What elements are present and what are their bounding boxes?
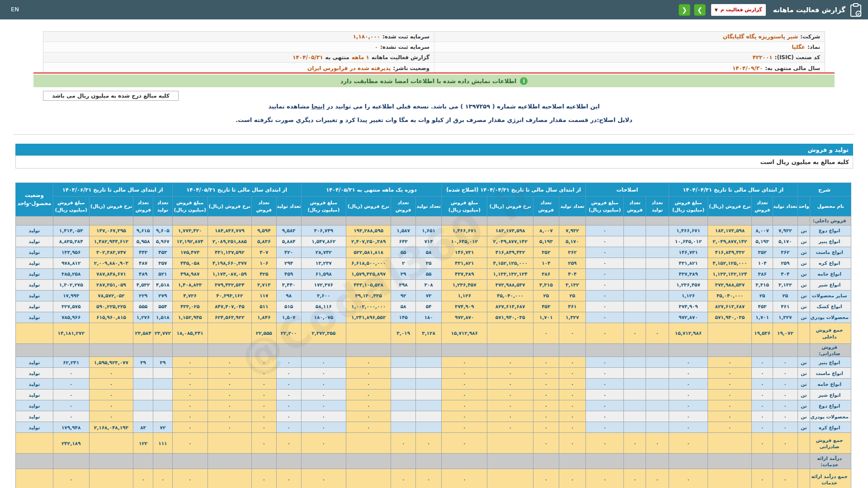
value-cell: ۱,۲۳۶,۴۵۷ <box>442 280 487 291</box>
value-cell: ۷۱۴ <box>416 236 442 247</box>
table-cell <box>53 344 89 357</box>
value-cell: ۰ <box>53 389 89 400</box>
value-cell: ۷۸۷,۸۴۸,۶۷۱ <box>89 269 133 280</box>
table-cell <box>276 454 301 469</box>
value-cell: ۱,۸۴۶ <box>251 312 276 323</box>
value-cell: ۰ <box>752 368 773 379</box>
value-cell: ۱,۱۵۲,۹۴۵ <box>172 312 208 323</box>
value-cell: ۰ <box>585 280 623 291</box>
value-cell: ۰ <box>752 433 773 454</box>
product-name-cell: انواع پنیر <box>810 357 851 368</box>
table-row: محصولات پودريتن۱,۳۲۷۱,۷۰۱۵۷۱,۹۴۰,۰۳۵۹۷۲,… <box>16 312 851 323</box>
value-cell: ۲,۴۰۷,۲۵۰,۳۸۹ <box>346 236 391 247</box>
value-cell <box>89 469 133 488</box>
value-cell: ۰ <box>559 400 585 411</box>
product-name-cell: انواع خامه <box>810 379 851 389</box>
amounts-unit-box: کلیه مبالغ درج شده به میلیون ریال می باش… <box>43 91 179 101</box>
value-cell: ۰ <box>752 469 773 488</box>
value-cell: ۰ <box>172 368 208 379</box>
table-header-groups: شرحاز ابتدای سال مالی تا تاریخ ۱۴۰۴/۰۴/۳… <box>16 183 851 197</box>
value-cell: ۲۵۹ <box>559 258 585 269</box>
value-cell: ۱,۵۷۹,۴۳۵,۸۹۷ <box>346 269 391 280</box>
value-cell: ۵,۱۷۰ <box>559 236 585 247</box>
column-header: نرخ فروش (ریال) <box>708 197 752 216</box>
report-period-label: گزارش فعالیت ماهانه <box>372 54 429 61</box>
value-cell: ۰ <box>442 469 487 488</box>
value-cell: ۰ <box>752 411 773 422</box>
value-cell: ۰ <box>585 422 623 433</box>
value-cell: ۱,۱۲۶ <box>669 291 708 301</box>
value-cell: ۰ <box>442 433 487 454</box>
unit-cell <box>797 216 810 225</box>
value-cell: ۰ <box>773 368 797 379</box>
value-cell: ۴,۵۳۲ <box>133 280 153 291</box>
language-switch-link[interactable]: EN <box>11 6 19 13</box>
next-report-button[interactable]: ❯ <box>694 4 706 16</box>
value-cell: ۰ <box>153 469 172 488</box>
value-cell: ۶۲۴,۵۶۳,۹۲۲ <box>208 312 251 323</box>
unit-cell: تن <box>797 422 810 433</box>
value-cell: ۰ <box>301 357 346 368</box>
table-row: انواع پنیرتن۵,۱۷۰۵,۱۹۳۲,۰۴۹,۸۷۷,۱۴۲۱۰,۶۴… <box>16 236 851 247</box>
value-cell: ۸,۰۰۷ <box>533 225 559 236</box>
value-cell: ۳,۱۳۲ <box>559 280 585 291</box>
value-cell <box>391 422 416 433</box>
value-cell: ۴۳۷,۳۸۹ <box>442 269 487 280</box>
value-cell: ۷,۹۳۲ <box>773 225 797 236</box>
value-cell: ۴۲۰ <box>276 247 301 258</box>
value-cell: ۰ <box>559 357 585 368</box>
value-cell: ۲ <box>391 258 416 269</box>
table-cell <box>624 454 646 469</box>
table-cell <box>133 216 153 225</box>
value-cell <box>89 433 133 454</box>
value-cell: ۳۰۸ <box>416 280 442 291</box>
previous-report-button[interactable]: ❮ <box>679 4 690 16</box>
table-cell <box>153 454 172 469</box>
value-cell: ۵,۱۹۳ <box>752 236 773 247</box>
product-name-cell: انواع ماست <box>810 368 851 379</box>
status-cell: تولید <box>16 269 53 280</box>
value-cell: ۱,۷۷۳,۴۲۰ <box>172 225 208 236</box>
table-row: جمع فروش داخلی۱۹,۰۷۲۱۹,۵۳۶۱۵,۷۱۲,۹۸۶۰۰۰۰… <box>16 323 851 344</box>
table-row: انواع کشکتن۴۶۱۴۵۳۸۲۷,۶۱۳,۶۸۷۳۷۴,۹۰۹۰۴۶۱۴… <box>16 301 851 312</box>
column-header: تعداد تولید <box>276 197 301 216</box>
table-cell <box>346 216 391 225</box>
previous-announcement-link[interactable]: اینجا <box>311 103 325 110</box>
value-cell: ۱۹,۵۳۶ <box>752 323 773 344</box>
value-cell: ۵,۹۵۸ <box>133 236 153 247</box>
value-cell: ۱۸۴,۸۴۶,۷۷۹ <box>208 225 251 236</box>
column-header: مبلغ فروش (میلیون ریال) <box>442 197 487 216</box>
value-cell: ۳۷۲,۹۸۸,۵۳۷ <box>708 280 752 291</box>
table-cell <box>669 344 708 357</box>
status-cell: تولید <box>16 301 53 312</box>
table-row: انواع دوغتن۰۰۰۰۰۰۰۰۰۰۰۰۰۰۰۰۰تولید <box>16 400 851 411</box>
value-cell <box>624 357 646 368</box>
product-name-cell: انواع شیر <box>810 389 851 400</box>
column-group-header: دوره یک ماهه منتهی به ۱۴۰۴/۰۵/۳۱ <box>301 183 441 197</box>
value-cell <box>416 389 442 400</box>
value-cell: ۱۷,۹۹۳ <box>53 291 89 301</box>
section-row-label: درآمد ارائه خدمات: <box>810 454 851 469</box>
value-cell: ۵۱۵ <box>276 301 301 312</box>
value-cell: ۶۱,۵۹۸ <box>301 269 346 280</box>
value-cell: ۰ <box>585 379 623 389</box>
value-cell: ۴۴۵,۰۵۸ <box>172 258 208 269</box>
table-cell <box>346 454 391 469</box>
table-cell <box>208 216 251 225</box>
value-cell: ۰ <box>559 389 585 400</box>
table-cell <box>442 344 487 357</box>
table-cell <box>624 216 646 225</box>
value-cell: ۱۰۴ <box>752 258 773 269</box>
column-header: نرخ فروش (ریال) <box>487 197 533 216</box>
status-header-line: محصول-واحد <box>16 200 53 207</box>
value-cell: ۱,۴۶۶,۶۷۱ <box>669 225 708 236</box>
value-cell: ۰ <box>442 368 487 379</box>
value-cell: ۰ <box>89 379 133 389</box>
value-cell: ۴۹۸,۹۸۷ <box>172 269 208 280</box>
value-cell: ۰ <box>133 469 153 488</box>
value-cell: ۱۷۲,۳۷۶ <box>301 280 346 291</box>
value-cell: ۰ <box>752 379 773 389</box>
report-type-dropdown[interactable]: گزارش فعالیت م ▼ <box>711 4 766 16</box>
value-cell: ۲۲۹ <box>133 291 153 301</box>
table-cell <box>533 454 559 469</box>
